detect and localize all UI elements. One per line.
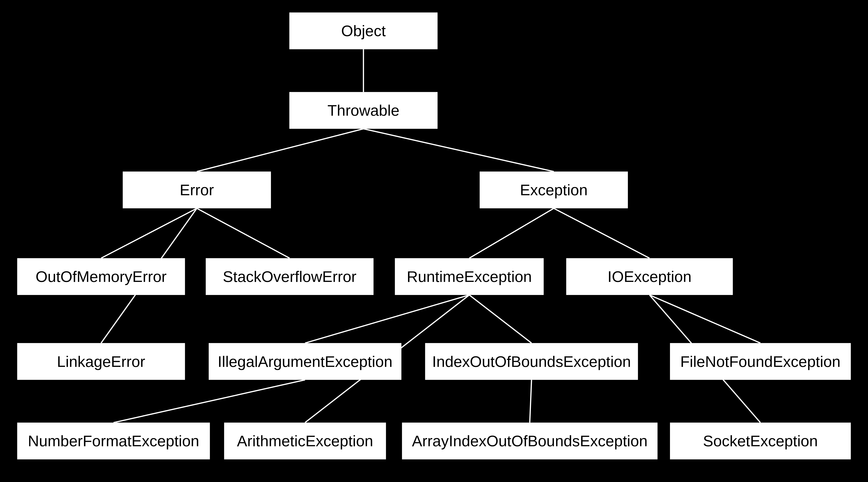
svg-line-1 — [197, 129, 364, 171]
node-arithmetic-exception: ArithmeticException — [224, 423, 386, 459]
node-error: Error — [123, 172, 271, 208]
svg-line-14 — [530, 380, 532, 423]
diagram-canvas: Object Throwable Error Exception OutOfMe… — [0, 0, 868, 482]
node-illegal-argument-exception: IllegalArgumentException — [209, 343, 401, 380]
svg-line-11 — [650, 295, 761, 343]
svg-line-9 — [469, 295, 532, 343]
node-io-exception: IOException — [566, 258, 733, 295]
node-number-format-exception: NumberFormatException — [17, 423, 210, 459]
diagram-edges — [0, 0, 868, 482]
node-array-index-out-of-bounds-exception: ArrayIndexOutOfBoundsException — [402, 423, 658, 459]
svg-line-8 — [305, 295, 469, 343]
node-out-of-memory-error: OutOfMemoryError — [17, 258, 185, 295]
node-index-out-of-bounds-exception: IndexOutOfBoundsException — [425, 343, 638, 380]
svg-line-6 — [469, 208, 554, 258]
node-throwable: Throwable — [289, 92, 438, 129]
node-object: Object — [289, 12, 438, 50]
svg-line-4 — [197, 208, 290, 258]
svg-line-2 — [364, 129, 554, 171]
node-file-not-found-exception: FileNotFoundException — [670, 343, 851, 380]
node-linkage-error: LinkageError — [17, 343, 185, 380]
svg-line-7 — [554, 208, 649, 258]
node-exception: Exception — [479, 172, 628, 208]
node-runtime-exception: RuntimeException — [395, 258, 544, 295]
node-stack-overflow-error: StackOverflowError — [206, 258, 373, 295]
svg-line-3 — [101, 208, 197, 258]
node-socket-exception: SocketException — [670, 423, 851, 459]
svg-line-13 — [114, 380, 305, 423]
